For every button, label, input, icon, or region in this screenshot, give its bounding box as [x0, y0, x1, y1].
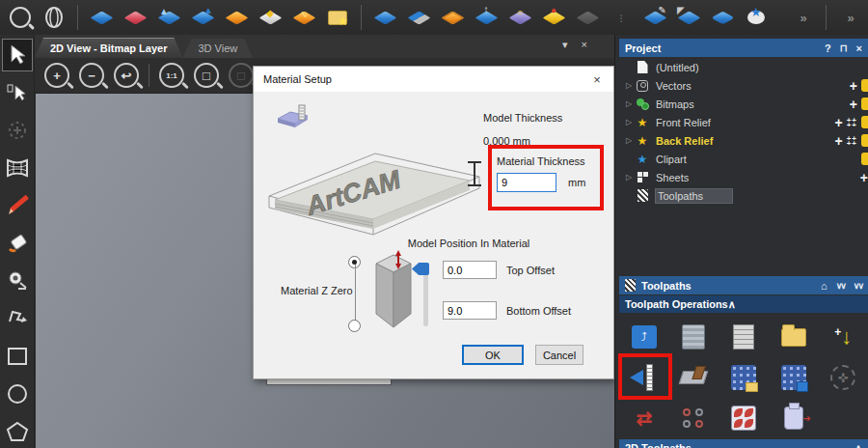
grid-relief-icon[interactable]	[440, 5, 465, 30]
drag-knife-icon[interactable]	[677, 402, 710, 434]
home-icon[interactable]: ⌂	[821, 280, 827, 292]
expand-icon[interactable]: ▷	[623, 136, 635, 145]
merge-toolpaths-save-icon[interactable]	[777, 361, 810, 394]
toolpaths-2d-header[interactable]: 2D Toolpaths ∧	[619, 439, 868, 448]
visibility-icon[interactable]	[861, 98, 868, 110]
ring-tray-relief-icon[interactable]: ○	[507, 5, 532, 30]
expand-icon[interactable]: ▷	[623, 99, 635, 108]
add-bitmap-icon[interactable]: +	[850, 98, 857, 111]
merge-toolpaths-folder-icon[interactable]	[727, 361, 760, 394]
zoom-fit-icon[interactable]: □	[194, 63, 219, 88]
relief-layers-icon[interactable]: ++++	[847, 136, 857, 146]
relief-clipart-library-icon[interactable]: ★	[325, 5, 350, 30]
toolpath-calculator-icon[interactable]	[677, 321, 710, 353]
tab-dropdown-icon[interactable]: ▾	[562, 39, 568, 51]
close-panel-icon[interactable]: ×	[856, 42, 862, 54]
erase-tool-icon[interactable]	[2, 227, 33, 260]
import-toolpaths-icon[interactable]: +↓	[827, 321, 859, 353]
expand-icon[interactable]: ▷	[623, 81, 635, 90]
tree-item-bitmaps[interactable]: ▷ Bitmaps +	[619, 95, 868, 113]
sculpt-relief-icon[interactable]	[122, 5, 148, 30]
collapse-double-icon-2[interactable]: ∨∨	[854, 281, 862, 291]
paint-tool-icon[interactable]	[2, 189, 33, 222]
collapse-icon[interactable]: ∧	[854, 442, 862, 448]
select-tool-icon[interactable]	[2, 39, 33, 71]
visibility-icon[interactable]	[861, 153, 868, 165]
visibility-icon[interactable]	[861, 79, 868, 92]
tab-close-icon[interactable]: ×	[582, 39, 587, 51]
tree-item-clipart[interactable]: ★ Clipart	[619, 150, 868, 168]
circle-tool-icon[interactable]	[2, 378, 33, 410]
donut-relief-icon[interactable]: ●	[541, 5, 566, 30]
add-relief-icon[interactable]: ▲	[156, 5, 181, 30]
overflow-more-icon[interactable]: »	[790, 5, 815, 30]
texture-relief-icon[interactable]: ∿	[291, 5, 316, 30]
half-relief-icon[interactable]	[406, 5, 431, 30]
visibility-icon[interactable]	[861, 134, 868, 147]
raise-relief-icon[interactable]: ↑	[474, 5, 499, 30]
zoom-select-icon[interactable]	[8, 5, 33, 30]
tool-database-icon[interactable]	[777, 321, 810, 353]
add-relief-layer-icon[interactable]: +	[834, 134, 842, 148]
document-icon	[637, 61, 648, 73]
visibility-icon[interactable]	[861, 116, 868, 128]
fold-relief-icon[interactable]: ◤	[676, 5, 701, 30]
star-clipart-icon[interactable]: ★	[744, 5, 769, 30]
dialog-titlebar[interactable]: Material Setup	[254, 67, 613, 92]
preview-relief-icon[interactable]	[41, 5, 67, 30]
background-window-edge	[266, 378, 392, 385]
sheets-icon	[637, 172, 648, 182]
annotation-box-material-thickness	[488, 145, 604, 210]
collapse-icon[interactable]: ∧	[728, 298, 736, 311]
ok-button[interactable]: OK	[462, 345, 524, 365]
tree-item-front-relief[interactable]: ▷ ★ Front Relief + ++++	[619, 113, 868, 131]
dialog-close-icon[interactable]: ×	[581, 67, 613, 92]
zoom-in-icon[interactable]: +	[44, 63, 69, 88]
measure-tool-icon[interactable]	[2, 265, 33, 297]
help-icon[interactable]: ?	[825, 42, 831, 54]
toolpath-operations-header[interactable]: Toolpath Operations ∧	[619, 295, 868, 313]
expand-icon[interactable]: ▷	[623, 173, 635, 182]
double-relief-icon[interactable]: ▲	[190, 5, 215, 30]
zoom-1to1-icon[interactable]: 1:1	[159, 63, 184, 88]
distort-tool-icon[interactable]	[2, 152, 33, 184]
simulate-toolpath-icon[interactable]: ⇄	[628, 402, 661, 434]
tree-item-back-relief[interactable]: ▷ ★ Back Relief + ++++	[619, 131, 868, 150]
wedge-relief-icon[interactable]	[710, 5, 735, 30]
cancel-button[interactable]: Cancel	[535, 345, 583, 365]
invert-relief-icon[interactable]	[372, 5, 397, 30]
add-relief-layer-icon[interactable]: +	[834, 116, 842, 129]
rotary-toolpath-icon[interactable]	[777, 402, 810, 434]
polygon-tool-icon[interactable]	[2, 415, 33, 448]
smooth-relief-icon[interactable]	[89, 5, 114, 30]
tab-2d-view[interactable]: 2D View - Bitmap Layer	[35, 38, 182, 58]
weave-relief-icon[interactable]	[224, 5, 249, 30]
tree-item-sheets[interactable]: ▷ Sheets +	[619, 168, 868, 186]
z-zero-bottom-radio[interactable]	[348, 320, 361, 332]
add-sheet-icon[interactable]: +	[860, 171, 868, 184]
collapse-double-icon[interactable]: ∨∨	[836, 281, 845, 291]
zoom-out-icon[interactable]: −	[79, 63, 104, 88]
delete-material-icon[interactable]	[677, 361, 710, 394]
node-edit-tool-icon[interactable]	[2, 76, 33, 109]
tree-item-untitled[interactable]: (Untitled)	[619, 58, 868, 76]
polyline-tool-icon[interactable]	[2, 302, 33, 335]
relief-layers-icon[interactable]: ++++	[847, 118, 857, 127]
save-toolpaths-icon[interactable]: ⤴	[628, 321, 661, 353]
pin-icon[interactable]: ⊓	[840, 42, 848, 53]
toolpath-summary-icon[interactable]	[727, 321, 760, 353]
tree-item-toolpaths[interactable]: Toolpaths	[619, 186, 868, 205]
add-vectors-icon[interactable]: +	[850, 79, 857, 93]
tab-3d-view[interactable]: 3D View	[182, 39, 253, 58]
expand-icon[interactable]: ▷	[623, 118, 635, 126]
rectangle-tool-icon[interactable]	[2, 340, 33, 373]
top-offset-input[interactable]	[443, 261, 497, 279]
zoom-previous-icon[interactable]: ↩	[114, 63, 139, 88]
emboss-tray-relief-icon[interactable]: ◆	[258, 5, 283, 30]
bottom-offset-input[interactable]	[443, 301, 497, 320]
tree-item-vectors[interactable]: ▷ Vectors +	[619, 76, 868, 95]
offset-slider-track[interactable]	[423, 266, 428, 326]
wrap-relief-icon[interactable]: ✎	[642, 5, 667, 30]
overflow-more-2-icon[interactable]: »	[837, 5, 862, 30]
tile-toolpaths-icon[interactable]	[727, 402, 760, 434]
